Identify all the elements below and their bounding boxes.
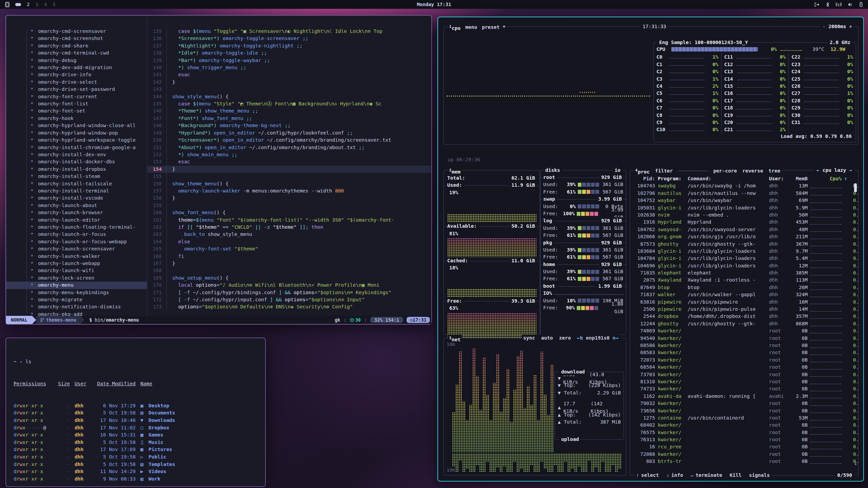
- file-item[interactable]: *omarchy-drive-select: [6, 79, 147, 86]
- code-line[interactable]: 162 if [[ "$theme" == "CNCLD" || -z "$th…: [147, 224, 431, 231]
- code-line[interactable]: 140 *) show_trigger_menu ;;: [147, 64, 431, 71]
- code-line[interactable]: 147 *Font*) show_font_menu ;;: [147, 115, 431, 122]
- file-item[interactable]: *omarchy-launch-screensaver: [6, 245, 147, 252]
- sort-prev-button[interactable]: ←: [816, 167, 820, 173]
- code-line[interactable]: 160show_font_menu() {: [147, 209, 431, 216]
- code-line[interactable]: 166 fi: [147, 253, 431, 260]
- file-item[interactable]: *omarchy-hyprland-window-close-all: [6, 122, 147, 129]
- code-line[interactable]: 149 *Hyprland*) open_in_editor ~/.config…: [147, 129, 431, 137]
- proc-footer-action[interactable]: ↵terminate: [691, 472, 722, 479]
- disks-tab[interactable]: disks: [545, 167, 560, 174]
- logout-icon[interactable]: [814, 2, 820, 7]
- file-item[interactable]: *omarchy-cmd-screensaver: [6, 28, 147, 35]
- file-item[interactable]: *omarchy-font-set: [6, 107, 147, 115]
- proc-row[interactable]: 2075XwaylandXwayland :1 -rootless -dhh11…: [630, 277, 858, 284]
- menu-button[interactable]: menu: [465, 24, 477, 31]
- code-pane[interactable]: 135 case $(menu "Toggle" "▣ Screensaver\…: [147, 16, 431, 316]
- proc-row[interactable]: 104696glycin-i/usr/lib/glycin-loadersdhh…: [630, 262, 858, 269]
- proc-row[interactable]: 102796nautilus/usr/bin/nautilus --newdhh…: [630, 190, 858, 197]
- file-item[interactable]: *omarchy-cmd-screenshot: [6, 35, 147, 42]
- file-item[interactable]: *omarchy-notification-dismiss: [6, 303, 147, 310]
- file-item[interactable]: *omarchy-dev-add-migration: [6, 64, 147, 71]
- proc-row[interactable]: 72073kworker/root0B0.0: [630, 357, 858, 364]
- proc-row[interactable]: 1275containe/usr/bin/containerdroot53M0.…: [630, 414, 858, 422]
- proc-row[interactable]: 68584kworker/root0B0.0: [630, 364, 858, 371]
- file-item[interactable]: *omarchy-debug: [6, 57, 147, 64]
- proc-column-header[interactable]: User:: [769, 175, 787, 182]
- bluetooth-icon[interactable]: [826, 2, 830, 7]
- proc-scrollbar[interactable]: [854, 183, 857, 192]
- code-line[interactable]: 173 options="$options\n⊡ Defaults\n⊕ DNS…: [147, 303, 431, 310]
- proc-row[interactable]: 102638nvimnvim --embed .dhh56M0.0: [630, 211, 858, 219]
- cpu-tab[interactable]: 1cpu: [449, 23, 460, 32]
- file-item[interactable]: *omarchy-migrate: [6, 296, 147, 303]
- proc-row[interactable]: 76313kworker/root0B0.0: [630, 436, 858, 443]
- code-line[interactable]: 145 case $(menu "Style" "◩ Theme\nⒶ Font…: [147, 100, 431, 107]
- tree-button[interactable]: tree: [769, 167, 781, 175]
- workspace-active[interactable]: [15, 3, 21, 6]
- proc-column-header[interactable]: Pid:: [633, 175, 655, 182]
- file-item[interactable]: *omarchy-launch-or-focus: [6, 231, 147, 238]
- file-item[interactable]: *omarchy-install-dev-env: [6, 151, 147, 158]
- volume-icon[interactable]: [848, 2, 853, 7]
- proc-column-header[interactable]: Command:: [688, 175, 766, 182]
- proc-row[interactable]: 68586kworker/root0B0.0: [630, 342, 858, 349]
- workspace-2[interactable]: 2: [27, 2, 29, 7]
- proc-row[interactable]: 71835elephantelephantdhh385M0.0: [630, 269, 858, 277]
- proc-row[interactable]: 1162avahi-daavahi-daemon: running [avahi…: [630, 393, 858, 400]
- code-line[interactable]: 159: [147, 202, 431, 209]
- file-name[interactable]: ▧Templates: [140, 461, 265, 468]
- file-item[interactable]: *omarchy-menu: [6, 282, 147, 289]
- next-iface-button[interactable]: n→: [613, 335, 618, 341]
- file-item[interactable]: *omarchy-launch-floating-terminal-: [6, 224, 147, 231]
- code-line[interactable]: 137 *Nightlight*) omarchy-toggle-nightli…: [147, 42, 431, 49]
- proc-column-header[interactable]: Cpu%: [810, 175, 842, 182]
- filter-button[interactable]: filter: [655, 167, 673, 175]
- file-item[interactable]: *omarchy-install-dropbox: [6, 166, 147, 173]
- file-item[interactable]: *omarchy-font-current: [6, 93, 147, 100]
- preset-button[interactable]: preset *: [482, 24, 506, 31]
- proc-row[interactable]: 103684glycin-i/usr/lib/glycin-loadersdhh…: [630, 248, 858, 255]
- file-item[interactable]: *omarchy-install-tailscale: [6, 180, 147, 187]
- file-item[interactable]: *omarchy-drive-set-password: [6, 86, 147, 93]
- file-name[interactable]: ▼Downloads: [140, 417, 265, 424]
- code-line[interactable]: 161 theme=$(menu "Font" "$(omarchy-font-…: [147, 217, 431, 224]
- proc-row[interactable]: 71837walker/usr/bin/walker --gappldhh324…: [630, 291, 858, 298]
- proc-footer-action[interactable]: Kill: [730, 472, 742, 479]
- proc-footer-action[interactable]: ↑select: [636, 472, 659, 479]
- proc-row[interactable]: 87573ghostty/usr/bin/ghostty --gtk-dhh36…: [630, 241, 858, 248]
- code-line[interactable]: 170 local options="♪ Audio\n≋ Wifi\nᛒ Bl…: [147, 282, 431, 289]
- proc-row[interactable]: 104743swaybg/usr/bin/swaybg -i /homdhh13…: [630, 182, 858, 189]
- file-name[interactable]: ▩Games: [140, 431, 265, 439]
- file-name[interactable]: ▷Public: [140, 453, 265, 461]
- code-line[interactable]: 153 esac: [147, 158, 431, 165]
- proc-row[interactable]: 2506pipewire/usr/bin/pipewire-pulsedhh14…: [630, 306, 858, 313]
- network-icon[interactable]: [836, 2, 842, 7]
- proc-row[interactable]: 76575kworker/root0B0.0: [630, 429, 858, 436]
- proc-row[interactable]: 1916HyprlandHyprlanddhh453M0.0: [630, 219, 858, 226]
- proc-row[interactable]: 72088kworker/root0B0.0: [630, 451, 858, 458]
- file-item[interactable]: *omarchy-cmd-share: [6, 42, 147, 49]
- code-line[interactable]: 156show_theme_menu() {: [147, 180, 431, 187]
- proc-column-header[interactable]: Program:: [658, 175, 685, 182]
- file-item[interactable]: *omarchy-launch-about: [6, 202, 147, 209]
- scroll-down-arrow[interactable]: ↓: [854, 460, 857, 467]
- code-line[interactable]: 154}: [147, 166, 431, 173]
- io-mode-button[interactable]: io: [613, 167, 623, 174]
- proc-footer-action[interactable]: signals: [749, 472, 770, 479]
- file-item[interactable]: *omarchy-menu-keybindings: [6, 289, 147, 296]
- code-line[interactable]: 171 [ -f ~/.config/hypr/bindings.conf ] …: [147, 289, 431, 296]
- file-item[interactable]: *omarchy-launch-walker: [6, 253, 147, 260]
- interval-plus[interactable]: +: [849, 24, 852, 29]
- proc-row[interactable]: 68402kworker/root0B0.0: [630, 422, 858, 429]
- sort-next-button[interactable]: →: [849, 167, 852, 173]
- per-core-button[interactable]: per-core: [713, 167, 737, 175]
- file-item[interactable]: *omarchy-launch-wifi: [6, 267, 147, 274]
- workspace-4[interactable]: 4: [44, 2, 47, 7]
- proc-row[interactable]: 68583kworker/root0B0.0: [630, 349, 858, 356]
- proc-row[interactable]: 102866org.gnom/usr/bin/gjs /usr/lib/odhh…: [630, 233, 858, 240]
- net-sync-button[interactable]: sync: [523, 334, 535, 342]
- code-line[interactable]: 167}: [147, 260, 431, 267]
- proc-row[interactable]: 73656kworker/root0B0.0: [630, 407, 858, 414]
- code-line[interactable]: 136 *Screensaver*) omarchy-toggle-screen…: [147, 35, 431, 42]
